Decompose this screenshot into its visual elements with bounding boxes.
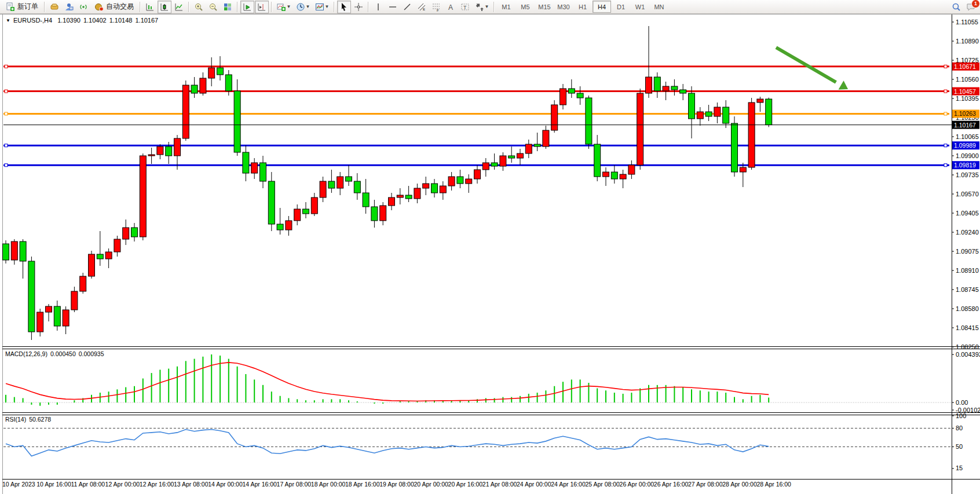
templates-menu-icon[interactable]: ▼	[313, 1, 331, 13]
svg-text:12 Apr 16:00: 12 Apr 16:00	[140, 481, 174, 488]
svg-text:15: 15	[956, 464, 963, 471]
notifications-icon[interactable]: 1	[964, 1, 978, 13]
svg-text:26 Apr 16:00: 26 Apr 16:00	[654, 481, 689, 488]
svg-text:1.08250: 1.08250	[956, 343, 979, 350]
timeframe-m1[interactable]: M1	[497, 1, 515, 13]
svg-text:1.10725: 1.10725	[956, 57, 979, 64]
candle-down	[671, 86, 678, 90]
svg-text:1.09405: 1.09405	[956, 210, 979, 217]
candle-up	[525, 144, 532, 153]
macd-label: MACD(12,26,9) 0.000450 0.000935	[5, 350, 104, 357]
new-order-icon	[6, 2, 15, 12]
timeframe-w1[interactable]: W1	[631, 1, 649, 13]
line-chart-mode-icon[interactable]	[172, 1, 186, 13]
separator	[237, 2, 238, 12]
candle-up	[517, 153, 524, 158]
auto-scroll-icon[interactable]	[240, 1, 254, 13]
svg-text:1.10167: 1.10167	[954, 122, 976, 129]
candle-down	[491, 163, 498, 166]
zoom-in-icon[interactable]	[192, 1, 206, 13]
equidistant-channel-tool-icon[interactable]: E	[415, 1, 429, 13]
timeframe-m5[interactable]: M5	[516, 1, 535, 13]
candle-up	[466, 179, 472, 184]
vertical-line-tool-icon[interactable]	[371, 1, 385, 13]
dropdown-caret: ▼	[287, 4, 291, 9]
svg-text:18 Apr 00:00: 18 Apr 00:00	[311, 481, 346, 488]
candle-up	[646, 77, 652, 93]
tile-windows-icon[interactable]	[221, 1, 235, 13]
candlestick-mode-icon[interactable]	[158, 1, 171, 13]
dropdown-caret: ▼	[485, 4, 489, 9]
svg-text:1.10890: 1.10890	[956, 38, 979, 45]
rsi-name: RSI(14)	[5, 416, 26, 423]
text-label-tool-icon[interactable]: T	[458, 1, 472, 13]
zoom-out-icon[interactable]	[206, 1, 220, 13]
candle-down	[534, 144, 540, 147]
svg-text:20 Apr 16:00: 20 Apr 16:00	[448, 481, 483, 488]
candle-down	[217, 68, 224, 75]
chart-canvas[interactable]: 1.110551.108901.107251.105601.103951.102…	[0, 14, 980, 494]
broadcast-icon[interactable]	[76, 1, 90, 13]
macd-name: MACD(12,26,9)	[5, 350, 47, 357]
timeframe-d1[interactable]: D1	[612, 1, 630, 13]
candle-up	[286, 221, 292, 230]
timeframe-mn[interactable]: MN	[650, 1, 668, 13]
svg-text:10 Apr 2023: 10 Apr 2023	[2, 481, 35, 488]
trendline-tool-icon[interactable]	[400, 1, 414, 13]
chart-shift-icon[interactable]	[255, 1, 269, 13]
svg-text:1.10560: 1.10560	[956, 76, 979, 83]
cursor-tool-icon[interactable]	[337, 1, 351, 13]
ohlc-close: 1.10167	[135, 17, 158, 24]
crosshair-tool-icon[interactable]	[352, 1, 365, 13]
candle-up	[482, 163, 489, 170]
svg-text:1.11055: 1.11055	[956, 19, 978, 25]
svg-text:20 Apr 00:00: 20 Apr 00:00	[414, 481, 448, 488]
bar-chart-mode-icon[interactable]	[143, 1, 157, 13]
horizontal-line-tool-icon[interactable]	[386, 1, 400, 13]
dropdown-caret: ▼	[306, 4, 310, 9]
candle-up	[123, 228, 129, 239]
candle-up	[603, 172, 609, 177]
dropdown-caret: ▼	[325, 4, 330, 9]
candle-up	[209, 68, 215, 78]
indicators-menu-icon[interactable]: ▼	[275, 1, 293, 13]
candle-up	[560, 89, 566, 105]
ohlc-low: 1.10148	[109, 17, 133, 24]
separator	[188, 2, 189, 12]
candle-up	[114, 239, 120, 252]
timeframe-h1[interactable]: H1	[573, 1, 592, 13]
macd-main-value: 0.000450	[50, 350, 76, 357]
candle-up	[37, 312, 43, 332]
timeframe-h4[interactable]: H4	[593, 1, 611, 13]
new-order-button[interactable]: 新订单	[2, 1, 42, 13]
separator	[368, 2, 369, 12]
timeframe-m15[interactable]: M15	[535, 1, 554, 13]
auto-trading-button[interactable]: 自动交易	[91, 1, 137, 13]
candle-up	[628, 165, 635, 174]
arrows-tool-icon[interactable]: ▼	[473, 1, 491, 13]
candle-down	[363, 193, 369, 207]
candle-up	[80, 276, 86, 291]
rsi-label: RSI(14) 50.6278	[5, 416, 51, 423]
text-tool-icon[interactable]: A	[444, 1, 458, 13]
signals-icon[interactable]	[62, 1, 76, 13]
candle-down	[577, 93, 583, 98]
search-icon[interactable]	[949, 1, 963, 13]
periods-menu-icon[interactable]: ▼	[294, 1, 312, 13]
collapse-chart-icon[interactable]: ▼	[6, 18, 10, 23]
candle-down	[277, 224, 283, 230]
svg-text:26 Apr 00:00: 26 Apr 00:00	[620, 481, 654, 488]
svg-text:17 Apr 08:00: 17 Apr 08:00	[277, 481, 312, 488]
candle-down	[303, 209, 309, 214]
candle-down	[405, 195, 412, 199]
chart-window[interactable]: ▼ EURUSD-,H4 1.10390 1.10402 1.10148 1.1…	[0, 14, 980, 494]
candle-up	[140, 156, 146, 237]
candle-up	[551, 105, 558, 130]
candle-down	[54, 306, 60, 326]
fibonacci-tool-icon[interactable]: F	[429, 1, 443, 13]
timeframe-m30[interactable]: M30	[554, 1, 573, 13]
candle-down	[131, 228, 138, 237]
svg-text:13 Apr 08:00: 13 Apr 08:00	[174, 481, 209, 488]
candle-down	[234, 91, 240, 152]
market-depth-icon[interactable]	[47, 1, 61, 13]
